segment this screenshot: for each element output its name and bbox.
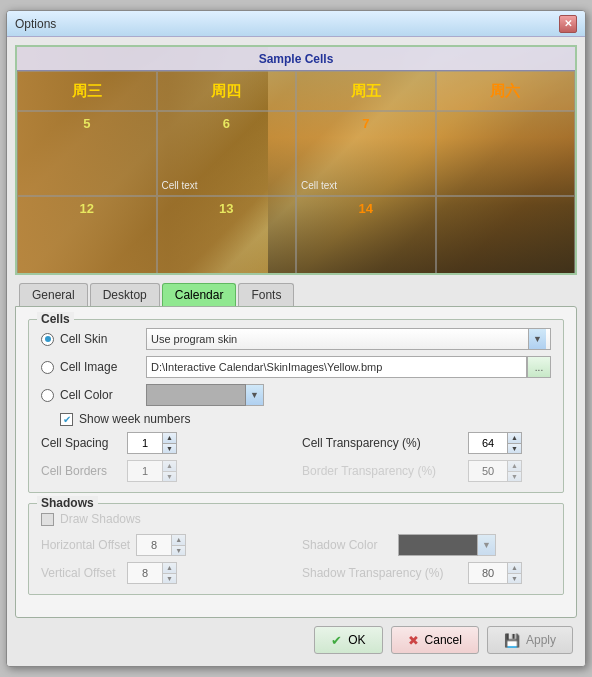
tabs-bar: General Desktop Calendar Fonts [15,283,577,306]
browse-button[interactable]: ... [527,356,551,378]
cell-image-radio[interactable] [41,361,54,374]
apply-button[interactable]: 💾 Apply [487,626,573,654]
options-window: Options ✕ Sample Cells 周三 周四 周五 [6,10,586,667]
tab-calendar[interactable]: Calendar [162,283,237,306]
cell-transparency-up[interactable]: ▲ [508,433,521,444]
tab-fonts[interactable]: Fonts [238,283,294,306]
vertical-offset-value: 8 [127,562,163,584]
preview-area: Sample Cells 周三 周四 周五 周六 5 [15,45,577,275]
day-header-fri: 周五 [296,71,436,111]
cell-skin-label: Cell Skin [60,332,140,346]
cell-spacing-down[interactable]: ▼ [163,444,176,454]
close-button[interactable]: ✕ [559,15,577,33]
vertical-offset-spinner: 8 ▲ ▼ [127,562,177,584]
cell-row1-col2: 6 Cell text [157,111,297,196]
shadow-color-swatch [398,534,478,556]
horizontal-offset-value: 8 [136,534,172,556]
cell-transparency-down[interactable]: ▼ [508,444,521,454]
draw-shadows-checkbox [41,513,54,526]
shadow-color-picker: ▼ [398,534,496,556]
cell-row2-col4 [436,196,576,275]
cell-color-label: Cell Color [60,388,140,402]
shadow-transparency-up: ▲ [508,563,521,574]
cell-transparency-spinner[interactable]: 64 ▲ ▼ [468,432,522,454]
vertical-shadow-row: Vertical Offset 8 ▲ ▼ Shadow Transparenc… [41,562,551,584]
show-week-numbers-checkbox[interactable]: ✔ [60,413,73,426]
cell-transparency-label: Cell Transparency (%) [302,436,462,450]
cell-skin-dropdown[interactable]: Use program skin ▼ [146,328,551,350]
shadow-color-label: Shadow Color [302,538,392,552]
shadow-transparency-spinner: 80 ▲ ▼ [468,562,522,584]
cell-spacing-label: Cell Spacing [41,436,121,450]
border-transparency-spinner: 50 ▲ ▼ [468,460,522,482]
main-panel: Cells Cell Skin Use program skin ▼ Cell … [15,306,577,618]
cell-skin-row: Cell Skin Use program skin ▼ [41,328,551,350]
apply-icon: 💾 [504,633,520,648]
border-transparency-down: ▼ [508,472,521,482]
horizontal-offset-label: Horizontal Offset [41,538,130,552]
cell-borders-value: 1 [127,460,163,482]
cell-color-picker[interactable]: ▼ [146,384,264,406]
cancel-icon: ✖ [408,633,419,648]
vertical-offset-up: ▲ [163,563,176,574]
cell-row1-col1: 5 [17,111,157,196]
cell-row2-col3: 14 [296,196,436,275]
cancel-label: Cancel [425,633,462,647]
draw-shadows-row: Draw Shadows [41,512,551,526]
cell-borders-label: Cell Borders [41,464,121,478]
vertical-offset-down: ▼ [163,574,176,584]
cells-section-title: Cells [37,312,74,326]
draw-shadows-label: Draw Shadows [60,512,141,526]
day-header-wed: 周三 [17,71,157,111]
cell-row2-col2: 13 [157,196,297,275]
border-transparency-value: 50 [468,460,508,482]
cell-skin-dropdown-arrow[interactable]: ▼ [528,329,546,349]
shadow-transparency-down: ▼ [508,574,521,584]
cell-color-dropdown-arrow[interactable]: ▼ [246,384,264,406]
cell-row2-col1: 12 [17,196,157,275]
cell-spacing-value[interactable]: 1 [127,432,163,454]
cell-skin-radio[interactable] [41,333,54,346]
tab-general[interactable]: General [19,283,88,306]
horizontal-offset-up: ▲ [172,535,185,546]
shadow-transparency-label: Shadow Transparency (%) [302,566,462,580]
cell-image-path[interactable]: D:\Interactive Calendar\SkinImages\Yello… [146,356,527,378]
border-transparency-up: ▲ [508,461,521,472]
title-bar: Options ✕ [7,11,585,37]
shadows-section: Shadows Draw Shadows Horizontal Offset 8… [28,503,564,595]
cell-color-row: Cell Color ▼ [41,384,551,406]
grid-overlay: 周三 周四 周五 周六 5 6 Cell text [17,71,575,273]
cell-image-label: Cell Image [60,360,140,374]
horizontal-offset-down: ▼ [172,546,185,556]
cells-section: Cells Cell Skin Use program skin ▼ Cell … [28,319,564,493]
cell-borders-spinner: 1 ▲ ▼ [127,460,177,482]
horizontal-shadow-row: Horizontal Offset 8 ▲ ▼ Shadow Color [41,534,551,556]
bottom-bar: ✔ OK ✖ Cancel 💾 Apply [15,618,577,658]
shadow-color-dropdown-arrow: ▼ [478,534,496,556]
border-transparency-label: Border Transparency (%) [302,464,462,478]
ok-icon: ✔ [331,633,342,648]
tab-desktop[interactable]: Desktop [90,283,160,306]
cell-color-swatch[interactable] [146,384,246,406]
apply-label: Apply [526,633,556,647]
cell-row1-col4 [436,111,576,196]
window-title: Options [15,17,56,31]
shadow-transparency-value: 80 [468,562,508,584]
cell-transparency-value[interactable]: 64 [468,432,508,454]
cell-color-radio[interactable] [41,389,54,402]
horizontal-offset-spinner: 8 ▲ ▼ [136,534,186,556]
cell-borders-down: ▼ [163,472,176,482]
ok-button[interactable]: ✔ OK [314,626,382,654]
vertical-offset-label: Vertical Offset [41,566,121,580]
day-header-sat: 周六 [436,71,576,111]
cell-borders-up: ▲ [163,461,176,472]
cell-image-row: Cell Image D:\Interactive Calendar\SkinI… [41,356,551,378]
shadows-section-title: Shadows [37,496,98,510]
cell-spacing-spinner[interactable]: 1 ▲ ▼ [127,432,177,454]
ok-label: OK [348,633,365,647]
show-week-numbers-label: Show week numbers [79,412,190,426]
cell-row1-col3: 7 Cell text [296,111,436,196]
cancel-button[interactable]: ✖ Cancel [391,626,479,654]
borders-row: Cell Borders 1 ▲ ▼ Border Transparency (… [41,460,551,482]
cell-spacing-up[interactable]: ▲ [163,433,176,444]
